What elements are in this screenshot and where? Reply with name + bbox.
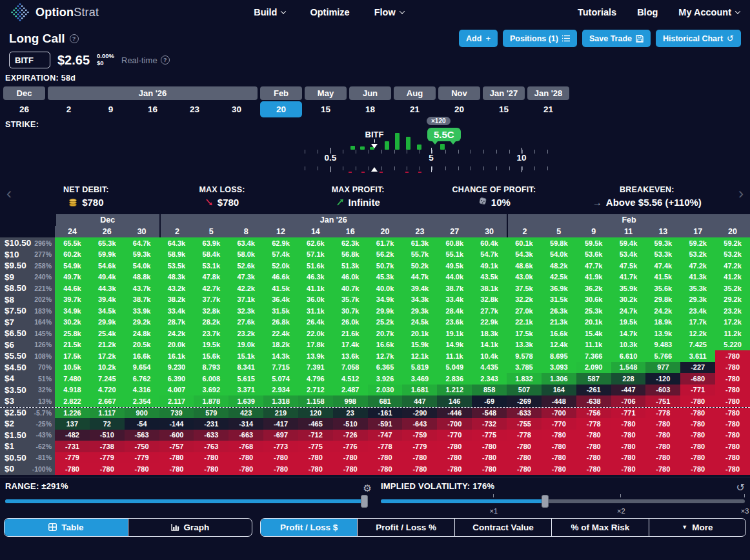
pl-cell[interactable]: 12.7k [368,350,403,362]
pl-cell[interactable]: 13.9k [298,350,333,362]
month-pill[interactable]: Jun [349,86,391,100]
ticker-symbol-input[interactable]: BITF [9,52,50,68]
pl-cell[interactable]: 31.5k [263,305,298,317]
pl-cell[interactable]: 21.3k [542,317,576,328]
pl-cell[interactable]: 48.6k [507,260,542,272]
pl-cell[interactable]: -780 [542,452,576,464]
pl-cell[interactable]: 55.1k [437,249,472,261]
table-date-column[interactable]: 30 [125,226,159,237]
pl-cell[interactable]: -775 [298,441,333,452]
table-date-column[interactable]: 20 [715,226,750,237]
pl-cell[interactable]: -780 [715,385,750,396]
pl-cell[interactable]: 47.5k [611,260,646,272]
pl-cell[interactable]: -603 [645,385,680,396]
pl-cell[interactable]: 1.681 [402,385,437,396]
pl-cell[interactable]: 46.0k [333,272,368,283]
tab-contract-value[interactable]: Contract Value [454,519,551,536]
positions-button[interactable]: Positions (1) [503,30,577,47]
pl-cell[interactable]: 50.2k [402,260,437,272]
pl-cell[interactable]: 24.8k [125,328,159,339]
pl-cell[interactable]: 35.6k [645,283,680,294]
pl-cell[interactable]: -120 [645,373,680,385]
pl-cell[interactable]: -780 [715,441,750,452]
pl-cell[interactable]: -731 [55,441,90,452]
pl-cell[interactable]: -768 [228,441,263,452]
pl-cell[interactable]: 17.7k [680,317,715,328]
pl-cell[interactable]: -633 [507,408,542,419]
pl-cell[interactable]: -738 [90,441,125,452]
pl-cell[interactable]: 21.6k [333,328,368,339]
pl-cell[interactable]: -750 [125,441,159,452]
pl-cell[interactable]: -780 [576,463,611,475]
nav-item-optimize[interactable]: Optimize [310,7,349,17]
pl-cell[interactable]: -780 [90,463,125,475]
pl-cell[interactable]: -780 [472,441,507,452]
pl-cell[interactable]: 25.8k [55,328,90,339]
pl-cell[interactable]: 24.2k [645,305,680,317]
pl-cell[interactable]: 23.7k [194,328,228,339]
pl-cell[interactable]: 24.5k [402,317,437,328]
pl-cell[interactable]: 59.3k [645,237,680,249]
pl-cell[interactable]: 44.6k [55,283,90,294]
pl-cell[interactable]: 38.2k [159,294,194,306]
pl-cell[interactable]: 34.5k [90,305,125,317]
pl-cell[interactable]: 6.390 [159,373,194,385]
pl-cell[interactable]: 4.435 [472,362,507,374]
pl-cell[interactable]: 58.0k [228,249,263,261]
pl-cell[interactable]: 13.9k [645,328,680,339]
pl-cell[interactable]: 36.4k [263,294,298,306]
pl-cell[interactable]: 10.5k [55,362,90,374]
pl-cell[interactable]: -231 [194,418,228,430]
pl-cell[interactable]: -780 [333,452,368,464]
pl-cell[interactable]: -780 [507,452,542,464]
pl-cell[interactable]: -780 [680,430,715,441]
pl-cell[interactable]: 579 [194,408,228,419]
pl-cell[interactable]: 41.2k [715,272,750,283]
add-button[interactable]: Add+ [459,30,498,47]
pl-cell[interactable]: -763 [194,441,228,452]
pl-cell[interactable]: -780 [645,452,680,464]
tab-profit-loss-dollar[interactable]: Profit / Loss $ [261,519,357,536]
nav-item-tutorials[interactable]: Tutorials [578,7,616,17]
pl-cell[interactable]: 5.049 [437,362,472,374]
pl-cell[interactable]: 34.9k [368,294,403,306]
pl-cell[interactable]: -778 [645,408,680,419]
pl-cell[interactable]: 10.4k [472,350,507,362]
pl-cell[interactable]: 50.7k [368,260,403,272]
pl-cell[interactable]: 53.1k [194,260,228,272]
pl-cell[interactable]: 2.822 [55,395,90,407]
pl-cell[interactable]: 507 [507,385,542,396]
pl-cell[interactable]: 14.9k [437,339,472,351]
pl-cell[interactable]: 15.9k [402,339,437,351]
pl-cell[interactable]: 17.4k [333,339,368,351]
pl-cell[interactable]: 49.7k [55,272,90,283]
pl-cell[interactable]: 4.720 [90,385,125,396]
pl-cell[interactable]: -314 [228,418,263,430]
pl-cell[interactable]: 36.0k [298,294,333,306]
pl-cell[interactable]: 59.9k [90,249,125,261]
pl-cell[interactable]: -780 [645,418,680,430]
tab-graph[interactable]: Graph [128,519,252,536]
expiration-day[interactable]: 18 [349,101,391,117]
pl-cell[interactable]: 22.4k [263,328,298,339]
pl-cell[interactable]: -548 [472,408,507,419]
expiration-day[interactable]: 2 [48,101,90,117]
pl-cell[interactable]: 51.3k [333,260,368,272]
pl-cell[interactable]: 11.2k [715,328,750,339]
pl-cell[interactable]: 28.2k [194,317,228,328]
table-date-column[interactable]: 2 [507,226,542,237]
pl-cell[interactable]: 35.7k [333,294,368,306]
expiration-day[interactable]: 16 [132,101,174,117]
pl-cell[interactable]: 51.6k [298,260,333,272]
month-pill[interactable]: Jan '26 [48,86,258,100]
pl-cell[interactable]: 47.4k [645,260,680,272]
pl-cell[interactable]: 47.2k [715,260,750,272]
table-date-column[interactable]: 17 [680,226,715,237]
expiration-day[interactable]: 21 [394,101,436,117]
expiration-day[interactable]: 26 [3,101,45,117]
pl-cell[interactable]: 34.9k [55,305,90,317]
pl-cell[interactable]: 30.7k [333,305,368,317]
month-pill[interactable]: Dec [3,86,45,100]
pl-cell[interactable]: 11.1k [437,350,472,362]
pl-cell[interactable]: 3.926 [368,373,403,385]
